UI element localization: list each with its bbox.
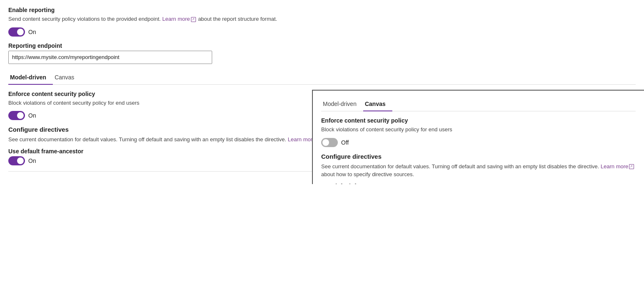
enable-reporting-section: Enable reporting Send content security p… — [8, 7, 636, 37]
left-enforce-csp-toggle-label: On — [28, 112, 36, 119]
right-configure-directives-title: Configure directives — [321, 153, 636, 160]
left-frame-ancestor-toggle-track — [8, 156, 25, 165]
enable-reporting-toggle-thumb — [17, 29, 24, 35]
enable-reporting-title: Enable reporting — [8, 7, 636, 13]
right-enforce-csp-toggle-row: Off — [321, 138, 636, 147]
right-frame-ancestor-title: Use default frame-ancestor — [321, 183, 636, 184]
left-frame-ancestor-toggle-label: On — [28, 157, 36, 164]
right-enforce-csp-toggle-label: Off — [341, 139, 349, 146]
reporting-endpoint-label: Reporting endpoint — [8, 42, 636, 49]
reporting-endpoint-section: Reporting endpoint — [8, 42, 636, 71]
enable-reporting-toggle[interactable] — [8, 27, 25, 37]
enable-reporting-learn-more[interactable]: Learn more — [162, 16, 198, 22]
right-configure-directives-section: Configure directives See current documen… — [321, 153, 636, 179]
enable-reporting-toggle-track — [8, 27, 25, 37]
enable-reporting-desc: Send content security policy violations … — [8, 15, 636, 23]
right-panel: Model-driven Canvas Enforce content secu… — [312, 90, 644, 184]
external-link-icon — [191, 17, 196, 22]
left-frame-ancestor-toggle-thumb — [17, 157, 24, 164]
right-enforce-csp-toggle[interactable] — [321, 138, 338, 147]
right-enforce-csp-title: Enforce content security policy — [321, 117, 636, 124]
right-enforce-csp-toggle-thumb — [322, 139, 329, 146]
right-configure-learn-more[interactable]: Learn more — [601, 163, 635, 170]
right-configure-directives-desc: See current documentation for default va… — [321, 162, 636, 179]
enable-reporting-toggle-label: On — [28, 29, 36, 35]
tab-canvas-right[interactable]: Canvas — [363, 97, 392, 111]
left-enforce-csp-toggle-thumb — [17, 112, 24, 119]
main-content: Enable reporting Send content security p… — [8, 7, 636, 172]
tab-model-driven-right[interactable]: Model-driven — [321, 97, 363, 111]
left-frame-ancestor-toggle[interactable] — [8, 156, 25, 165]
right-enforce-csp-toggle-track — [321, 138, 338, 147]
reporting-endpoint-input[interactable] — [8, 51, 212, 64]
enable-reporting-desc-pre: Send content security policy violations … — [8, 16, 161, 22]
left-enforce-csp-toggle-track — [8, 111, 25, 120]
external-link-icon-3 — [629, 164, 634, 169]
enable-reporting-desc-post: about the report structure format. — [198, 16, 277, 22]
tab-model-driven-left[interactable]: Model-driven — [8, 71, 53, 85]
right-enforce-csp-section: Enforce content security policy Block vi… — [321, 117, 636, 147]
right-tabs: Model-driven Canvas — [321, 97, 636, 111]
enable-reporting-toggle-row: On — [8, 27, 636, 37]
left-enforce-csp-toggle[interactable] — [8, 111, 25, 120]
right-enforce-csp-desc: Block violations of content security pol… — [321, 125, 636, 134]
right-frame-ancestor-section: Use default frame-ancestor Off — [321, 183, 636, 184]
left-tabs: Model-driven Canvas — [8, 71, 636, 85]
tab-canvas-left[interactable]: Canvas — [53, 71, 81, 85]
